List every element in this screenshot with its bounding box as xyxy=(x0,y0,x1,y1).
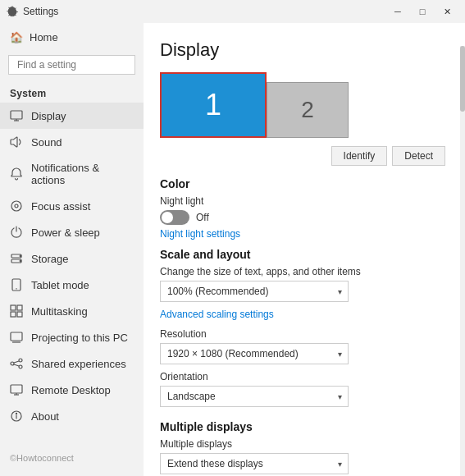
night-light-label: Night light xyxy=(160,195,445,207)
system-section-label: System xyxy=(0,83,144,103)
svg-point-17 xyxy=(19,359,22,362)
title-bar: Settings ─ □ ✕ xyxy=(0,0,465,23)
scale-select-wrap: 100% (Recommended) 125% 150% ▾ xyxy=(160,281,349,302)
sidebar-home-label: Home xyxy=(30,31,58,43)
projecting-icon xyxy=(10,331,23,344)
sidebar: 🏠 Home System Display Sound Not xyxy=(0,23,144,476)
about-icon xyxy=(10,410,23,423)
sidebar-item-about[interactable]: About xyxy=(0,403,144,429)
resolution-select-wrap: 1920 × 1080 (Recommended) 1280 × 720 102… xyxy=(160,343,349,364)
sidebar-multitasking-label: Multitasking xyxy=(31,305,88,318)
sidebar-footer: ©Howtoconnect xyxy=(0,446,144,469)
app-title: Settings xyxy=(23,6,58,17)
monitors-container: 1 2 xyxy=(160,72,445,138)
shared-icon xyxy=(10,357,23,370)
orientation-label: Orientation xyxy=(160,371,445,382)
search-box[interactable] xyxy=(8,55,135,75)
svg-rect-14 xyxy=(17,312,22,317)
notifications-icon xyxy=(10,167,23,181)
resolution-select[interactable]: 1920 × 1080 (Recommended) 1280 × 720 102… xyxy=(160,343,349,364)
night-light-status: Off xyxy=(196,212,209,223)
sidebar-power-label: Power & sleep xyxy=(31,227,100,239)
storage-icon xyxy=(10,252,23,265)
multiple-displays-select[interactable]: Extend these displays Duplicate these di… xyxy=(160,453,349,474)
identify-button[interactable]: Identify xyxy=(331,146,388,166)
monitor-1[interactable]: 1 xyxy=(160,72,267,138)
title-bar-controls: ─ □ ✕ xyxy=(386,0,458,23)
sidebar-item-tablet[interactable]: Tablet mode xyxy=(0,272,144,298)
sidebar-projecting-label: Projecting to this PC xyxy=(31,332,128,344)
scrollbar-track[interactable] xyxy=(460,46,465,476)
multiple-displays-select-wrap: Extend these displays Duplicate these di… xyxy=(160,453,349,474)
main-content: Display 1 2 Identify Detect Color Night … xyxy=(144,23,465,476)
sidebar-item-multitasking[interactable]: Multitasking xyxy=(0,298,144,324)
svg-rect-13 xyxy=(11,312,16,317)
app-body: 🏠 Home System Display Sound Not xyxy=(0,23,465,476)
display-icon xyxy=(10,109,23,122)
sidebar-item-home[interactable]: 🏠 Home xyxy=(0,23,144,52)
scale-section-title: Scale and layout xyxy=(160,248,445,261)
svg-line-20 xyxy=(14,361,19,363)
sidebar-item-projecting[interactable]: Projecting to this PC xyxy=(0,324,144,350)
sidebar-item-remote[interactable]: Remote Desktop xyxy=(0,377,144,403)
sidebar-shared-label: Shared experiences xyxy=(31,358,126,370)
sidebar-tablet-label: Tablet mode xyxy=(31,279,89,291)
svg-point-3 xyxy=(11,201,21,211)
svg-rect-22 xyxy=(11,385,22,393)
monitor-actions: Identify Detect xyxy=(160,146,445,166)
multiple-displays-section-title: Multiple displays xyxy=(160,420,445,433)
sidebar-item-notifications[interactable]: Notifications & actions xyxy=(0,155,144,193)
title-bar-left: Settings xyxy=(7,6,58,17)
sidebar-focus-label: Focus assist xyxy=(31,200,90,213)
monitor-2-label: 2 xyxy=(301,97,314,123)
svg-rect-12 xyxy=(17,305,22,310)
advanced-scaling-link[interactable]: Advanced scaling settings xyxy=(160,309,445,320)
scale-desc: Change the size of text, apps, and other… xyxy=(160,266,445,277)
sidebar-item-focus[interactable]: Focus assist xyxy=(0,193,144,219)
scale-select[interactable]: 100% (Recommended) 125% 150% xyxy=(160,281,349,302)
night-light-toggle[interactable] xyxy=(160,210,189,225)
sidebar-item-storage[interactable]: Storage xyxy=(0,245,144,272)
sidebar-storage-label: Storage xyxy=(31,253,69,265)
sidebar-display-label: Display xyxy=(31,110,66,122)
settings-icon xyxy=(7,6,18,17)
page-title: Display xyxy=(160,39,445,61)
multitasking-icon xyxy=(10,304,23,318)
night-light-toggle-row: Off xyxy=(160,210,445,225)
svg-point-27 xyxy=(16,413,16,414)
focus-icon xyxy=(10,199,23,213)
monitor-2[interactable]: 2 xyxy=(267,82,349,138)
remote-icon xyxy=(10,383,23,396)
multiple-displays-label: Multiple displays xyxy=(160,438,445,450)
home-icon: 🏠 xyxy=(10,31,23,43)
minimize-button[interactable]: ─ xyxy=(386,0,409,23)
sidebar-notifications-label: Notifications & actions xyxy=(31,162,134,186)
close-button[interactable]: ✕ xyxy=(435,0,458,23)
sidebar-item-power[interactable]: Power & sleep xyxy=(0,219,144,245)
detect-button[interactable]: Detect xyxy=(392,146,445,166)
sidebar-item-shared[interactable]: Shared experiences xyxy=(0,350,144,377)
svg-point-7 xyxy=(20,255,21,257)
toggle-knob xyxy=(162,212,173,223)
orientation-select[interactable]: Landscape Portrait Landscape (flipped) P… xyxy=(160,386,349,407)
sidebar-item-sound[interactable]: Sound xyxy=(0,129,144,155)
sidebar-remote-label: Remote Desktop xyxy=(31,384,111,396)
sidebar-item-display[interactable]: Display xyxy=(0,103,144,129)
sidebar-sound-label: Sound xyxy=(31,136,62,149)
svg-point-4 xyxy=(15,204,18,208)
svg-rect-0 xyxy=(11,111,22,119)
scrollbar-thumb[interactable] xyxy=(460,46,465,112)
sound-icon xyxy=(10,135,23,149)
night-light-settings-link[interactable]: Night light settings xyxy=(160,228,445,240)
svg-point-19 xyxy=(19,365,22,368)
main-wrapper: Display 1 2 Identify Detect Color Night … xyxy=(144,23,465,476)
maximize-button[interactable]: □ xyxy=(411,0,434,23)
resolution-label: Resolution xyxy=(160,328,445,340)
svg-point-18 xyxy=(11,362,14,365)
orientation-select-wrap: Landscape Portrait Landscape (flipped) P… xyxy=(160,386,349,407)
search-input[interactable] xyxy=(17,59,140,71)
monitor-1-label: 1 xyxy=(205,88,221,122)
tablet-icon xyxy=(10,278,23,291)
color-section-title: Color xyxy=(160,177,445,190)
svg-point-8 xyxy=(20,260,21,262)
